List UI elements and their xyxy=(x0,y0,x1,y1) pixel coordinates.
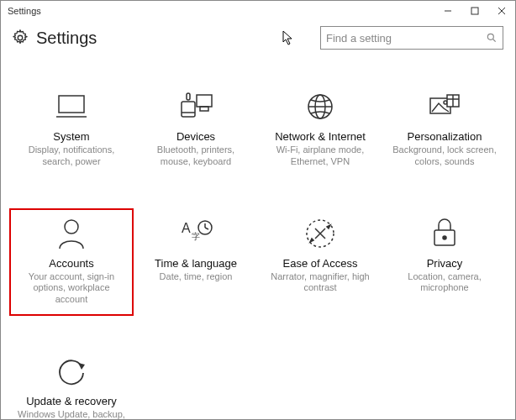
search-icon xyxy=(486,32,498,44)
tile-desc: Background, lock screen, colors, sounds xyxy=(390,144,499,168)
tile-network[interactable]: Network & Internet Wi-Fi, airplane mode,… xyxy=(258,81,382,178)
svg-rect-7 xyxy=(59,96,84,113)
devices-icon xyxy=(177,88,214,125)
tile-desc: Location, camera, microphone xyxy=(390,271,499,295)
svg-line-27 xyxy=(205,228,208,229)
svg-marker-30 xyxy=(310,239,313,242)
tile-desc: Date, time, region xyxy=(160,271,233,283)
tile-system[interactable]: System Display, notifications, search, p… xyxy=(9,81,134,178)
header-left: Settings xyxy=(11,29,97,48)
network-icon xyxy=(303,88,337,125)
tile-desc: Display, notifications, search, power xyxy=(17,144,126,168)
svg-marker-33 xyxy=(78,363,85,370)
svg-point-4 xyxy=(18,35,23,40)
tile-ease-of-access[interactable]: Ease of Access Narrator, magnifier, high… xyxy=(258,208,382,316)
tile-desc: Narrator, magnifier, high contrast xyxy=(266,271,375,295)
page-title: Settings xyxy=(36,29,97,48)
svg-point-5 xyxy=(487,34,493,39)
minimize-button[interactable] xyxy=(434,1,461,21)
svg-rect-9 xyxy=(197,95,212,107)
svg-rect-13 xyxy=(187,93,190,100)
close-button[interactable] xyxy=(488,1,515,21)
search-input[interactable] xyxy=(326,32,486,45)
settings-grid: System Display, notifications, search, p… xyxy=(1,56,515,420)
svg-text:字: 字 xyxy=(192,232,200,241)
tile-update-recovery[interactable]: Update & recovery Windows Update, backup… xyxy=(9,346,134,420)
window-titlebar: Settings xyxy=(1,1,515,21)
svg-rect-10 xyxy=(200,107,208,111)
tile-desc: Windows Update, backup, restore xyxy=(17,409,126,420)
tile-accounts[interactable]: Accounts Your account, sign-in options, … xyxy=(9,208,134,316)
tile-title: Devices xyxy=(176,130,215,143)
tile-title: System xyxy=(53,130,89,143)
tile-title: Ease of Access xyxy=(283,257,358,270)
update-recovery-icon xyxy=(55,353,88,390)
system-icon xyxy=(55,88,88,125)
search-box[interactable] xyxy=(320,26,503,50)
time-language-icon: A 字 xyxy=(178,215,213,252)
tile-title: Update & recovery xyxy=(26,395,117,407)
privacy-icon xyxy=(430,215,459,252)
gear-icon xyxy=(11,29,29,47)
personalization-icon xyxy=(427,88,462,125)
tile-title: Network & Internet xyxy=(275,130,366,143)
tile-title: Personalization xyxy=(408,130,482,143)
svg-rect-11 xyxy=(182,102,195,117)
tile-title: Accounts xyxy=(49,257,93,270)
tile-time-language[interactable]: A 字 Time & language Date, time, region xyxy=(134,208,258,316)
header: Settings xyxy=(1,21,515,56)
tile-desc: Your account, sign-in options, workplace… xyxy=(17,271,126,306)
tile-title: Time & language xyxy=(155,257,237,270)
tile-title: Privacy xyxy=(427,257,463,270)
tile-desc: Wi-Fi, airplane mode, Ethernet, VPN xyxy=(266,144,375,168)
svg-text:A: A xyxy=(182,221,191,235)
svg-line-6 xyxy=(493,39,496,42)
svg-marker-29 xyxy=(327,225,330,228)
tile-desc: Bluetooth, printers, mouse, keyboard xyxy=(141,144,250,168)
window-controls xyxy=(434,1,515,21)
ease-of-access-icon xyxy=(303,215,337,252)
svg-rect-1 xyxy=(471,8,478,14)
tile-devices[interactable]: Devices Bluetooth, printers, mouse, keyb… xyxy=(134,81,258,178)
accounts-icon xyxy=(56,215,87,252)
maximize-button[interactable] xyxy=(461,1,488,21)
tile-privacy[interactable]: Privacy Location, camera, microphone xyxy=(382,208,507,316)
svg-point-32 xyxy=(443,236,446,239)
window-title: Settings xyxy=(8,6,41,16)
svg-point-22 xyxy=(65,220,78,234)
tile-personalization[interactable]: Personalization Background, lock screen,… xyxy=(382,81,507,178)
